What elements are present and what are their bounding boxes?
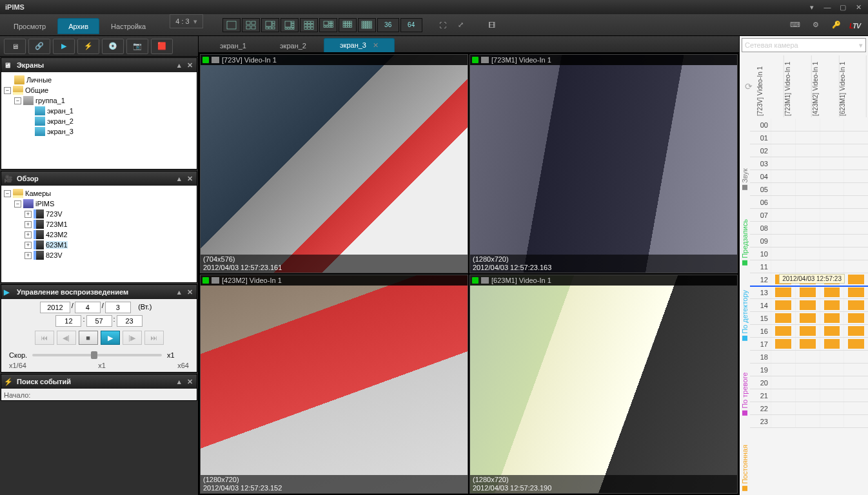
export-icon[interactable]: 🎞 [484, 18, 500, 32]
hour-row[interactable]: 20 [750, 376, 868, 389]
maximize-button[interactable]: ▢ [836, 2, 850, 12]
expand-toggle[interactable]: + [25, 252, 32, 259]
speed-x1-button[interactable]: x1 [167, 351, 189, 359]
network-icon[interactable]: 🔗 [28, 39, 50, 54]
tree-item-screen2[interactable]: экран_2 [4, 116, 194, 126]
goto-end-button[interactable]: ⏭ [144, 331, 164, 345]
panel-playback-header[interactable]: ▶ Управление воспроизведением ▴ ✕ [1, 285, 197, 299]
date-day[interactable]: 3 [105, 302, 131, 313]
tab-view[interactable]: Просмотр [3, 18, 56, 34]
minimize-button[interactable]: — [820, 2, 834, 12]
hour-row[interactable]: 13 [750, 286, 868, 299]
hour-row[interactable]: 11 [750, 260, 868, 273]
tree-item-personal[interactable]: Личные [4, 75, 194, 85]
layout-5x5[interactable] [358, 18, 376, 32]
heatmap-icon[interactable]: 🟥 [151, 39, 173, 54]
monitor-icon[interactable]: 🖥 [4, 39, 26, 54]
tree-item-screen1[interactable]: экран_1 [4, 106, 194, 116]
hour-row[interactable]: 21 [750, 389, 868, 402]
tab-archive[interactable]: Архив [57, 18, 99, 34]
collapse-icon[interactable]: ▴ [175, 377, 184, 386]
expand-toggle[interactable]: + [25, 242, 32, 249]
stop-button[interactable]: ■ [79, 331, 98, 345]
hour-row[interactable]: 06 [750, 196, 868, 209]
time-min[interactable]: 57 [86, 315, 112, 327]
timeline-col-2[interactable]: [723M1] Video-In 1 [784, 55, 812, 117]
video-cell-1[interactable]: [723V] Video-In 1 (704x576)2012/04/03 12… [200, 54, 468, 273]
date-year[interactable]: 2012 [40, 302, 70, 313]
tree-item-cam[interactable]: +423M2 [4, 229, 194, 240]
tab-settings[interactable]: Настройка [101, 18, 156, 34]
timeline-col-4[interactable]: [623M1] Video-In 1 [839, 55, 867, 117]
expand-icon[interactable]: ⤢ [453, 18, 469, 32]
hour-row[interactable]: 02 [750, 144, 868, 157]
close-panel-icon[interactable]: ✕ [185, 61, 194, 70]
camera-icon[interactable]: 📷 [126, 39, 148, 54]
video-cell-3[interactable]: [423M2] Video-In 1 (1280x720)2012/04/03 … [200, 275, 468, 494]
layout-1-5[interactable] [261, 18, 279, 32]
hour-row[interactable]: 05 [750, 183, 868, 196]
camera-type-dropdown[interactable]: Сетевая камера▾ [742, 38, 866, 52]
panel-overview-header[interactable]: 🎥 Обзор ▴ ✕ [1, 171, 197, 186]
expand-toggle[interactable]: − [4, 190, 11, 197]
hour-row[interactable]: 08 [750, 222, 868, 235]
tree-item-cameras[interactable]: −Камеры [4, 188, 194, 199]
step-back-button[interactable]: ◀| [57, 331, 76, 345]
collapse-icon[interactable]: ▴ [175, 174, 184, 183]
screen-tab-1[interactable]: экран_1 [204, 39, 262, 52]
hour-row[interactable]: 22 [750, 402, 868, 415]
hour-row[interactable]: 07 [750, 209, 868, 222]
layout-1-12[interactable] [319, 18, 337, 32]
gear-icon[interactable]: ⚙ [808, 18, 824, 32]
step-fwd-button[interactable]: |▶ [123, 331, 142, 345]
layout-1-7[interactable] [281, 18, 299, 32]
hour-row[interactable]: 19 [750, 364, 868, 376]
tree-item-screen3[interactable]: экран_3 [4, 126, 194, 137]
layout-4x4[interactable] [339, 18, 357, 32]
date-month[interactable]: 4 [75, 302, 101, 313]
hour-row[interactable]: 18 [750, 351, 868, 364]
keyboard-icon[interactable]: ⌨ [787, 18, 803, 32]
hour-row[interactable]: 10 [750, 248, 868, 260]
goto-start-button[interactable]: ⏮ [35, 331, 54, 345]
key-icon[interactable]: 🔑 [829, 18, 844, 32]
video-cell-2[interactable]: [723M1] Video-In 1 (1280x720)2012/04/03 … [469, 54, 738, 273]
tree-item-group[interactable]: −группа_1 [4, 95, 194, 106]
aspect-ratio-selector[interactable]: 4 : 3▾ [170, 14, 202, 28]
timeline-col-1[interactable]: [723V] Video-In 1 [756, 55, 784, 117]
tree-item-cam[interactable]: +723V [4, 209, 194, 219]
close-tab-icon[interactable]: ✕ [373, 41, 379, 49]
expand-toggle[interactable]: − [4, 87, 11, 94]
screen-tab-3[interactable]: экран_3✕ [324, 38, 395, 52]
hour-row[interactable]: 23 [750, 415, 868, 428]
panel-search-header[interactable]: ⚡ Поиск событий ▴ ✕ [1, 374, 197, 389]
tree-item-ipims[interactable]: −iPIMS [4, 199, 194, 209]
panel-screens-header[interactable]: 🖥 Экраны ▴ ✕ [1, 58, 197, 72]
close-panel-icon[interactable]: ✕ [185, 174, 194, 183]
hour-row[interactable]: 14 [750, 299, 868, 312]
expand-toggle[interactable]: − [14, 200, 21, 208]
screen-tab-2[interactable]: экран_2 [264, 39, 322, 52]
close-panel-icon[interactable]: ✕ [185, 287, 194, 296]
speed-slider[interactable] [32, 354, 162, 356]
layout-2x2[interactable] [242, 18, 260, 32]
hour-row[interactable]: 09 [750, 235, 868, 248]
expand-toggle[interactable]: + [25, 211, 32, 218]
time-hour[interactable]: 12 [55, 315, 81, 327]
layout-3x3[interactable] [300, 18, 318, 32]
hour-row[interactable]: 17 [750, 338, 868, 351]
hour-row[interactable]: 15 [750, 312, 868, 325]
video-cell-4[interactable]: [623M1] Video-In 1 (1280x720)2012/04/03 … [469, 275, 738, 494]
play-icon[interactable]: ▶ [53, 39, 75, 54]
close-button[interactable]: ✕ [851, 2, 865, 12]
layout-64[interactable]: 64 [400, 18, 422, 32]
tree-item-cam[interactable]: +623M1 [4, 240, 194, 250]
timeline-col-3[interactable]: [423M2] Video-In 1 [812, 55, 840, 117]
expand-toggle[interactable]: + [25, 221, 32, 228]
bolt-icon[interactable]: ⚡ [77, 39, 99, 54]
disc-icon[interactable]: 💿 [102, 39, 124, 54]
close-panel-icon[interactable]: ✕ [185, 377, 194, 386]
play-button[interactable]: ▶ [101, 331, 120, 345]
hour-row[interactable]: 00 [750, 119, 868, 131]
layout-36[interactable]: 36 [377, 18, 399, 32]
